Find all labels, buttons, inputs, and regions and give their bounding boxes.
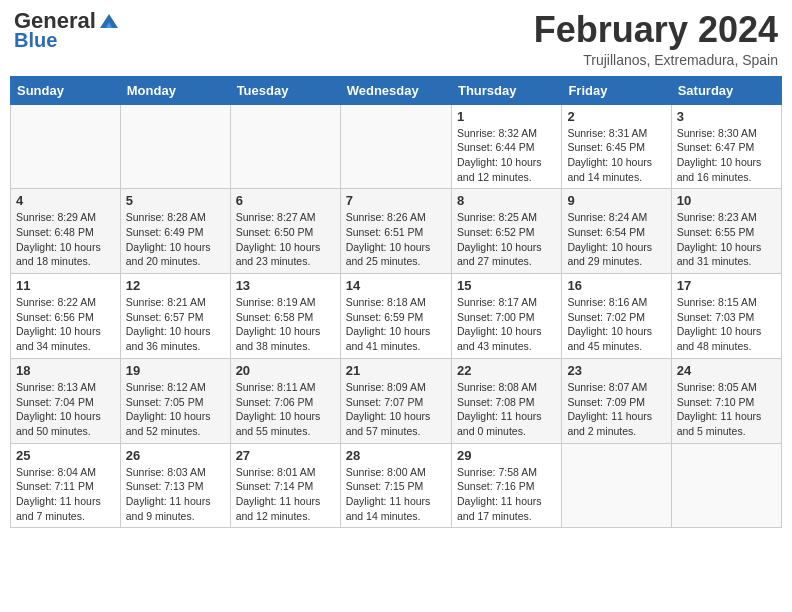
month-year-title: February 2024 (534, 10, 778, 50)
day-info: Sunrise: 8:22 AM Sunset: 6:56 PM Dayligh… (16, 295, 115, 354)
calendar-week-row: 25Sunrise: 8:04 AM Sunset: 7:11 PM Dayli… (11, 443, 782, 528)
day-info: Sunrise: 8:30 AM Sunset: 6:47 PM Dayligh… (677, 126, 776, 185)
day-number: 27 (236, 448, 335, 463)
calendar-cell: 5Sunrise: 8:28 AM Sunset: 6:49 PM Daylig… (120, 189, 230, 274)
day-number: 23 (567, 363, 665, 378)
day-number: 20 (236, 363, 335, 378)
day-info: Sunrise: 8:08 AM Sunset: 7:08 PM Dayligh… (457, 380, 556, 439)
calendar-cell: 19Sunrise: 8:12 AM Sunset: 7:05 PM Dayli… (120, 358, 230, 443)
day-info: Sunrise: 8:18 AM Sunset: 6:59 PM Dayligh… (346, 295, 446, 354)
calendar-cell: 28Sunrise: 8:00 AM Sunset: 7:15 PM Dayli… (340, 443, 451, 528)
calendar-cell (11, 104, 121, 189)
calendar-cell: 21Sunrise: 8:09 AM Sunset: 7:07 PM Dayli… (340, 358, 451, 443)
calendar-cell: 1Sunrise: 8:32 AM Sunset: 6:44 PM Daylig… (451, 104, 561, 189)
day-info: Sunrise: 8:24 AM Sunset: 6:54 PM Dayligh… (567, 210, 665, 269)
title-area: February 2024 Trujillanos, Extremadura, … (534, 10, 778, 68)
logo: General Blue (14, 10, 120, 50)
weekday-header-friday: Friday (562, 76, 671, 104)
calendar-cell: 9Sunrise: 8:24 AM Sunset: 6:54 PM Daylig… (562, 189, 671, 274)
weekday-header-thursday: Thursday (451, 76, 561, 104)
day-number: 9 (567, 193, 665, 208)
calendar-cell: 27Sunrise: 8:01 AM Sunset: 7:14 PM Dayli… (230, 443, 340, 528)
calendar-week-row: 18Sunrise: 8:13 AM Sunset: 7:04 PM Dayli… (11, 358, 782, 443)
calendar-cell: 7Sunrise: 8:26 AM Sunset: 6:51 PM Daylig… (340, 189, 451, 274)
calendar-cell: 15Sunrise: 8:17 AM Sunset: 7:00 PM Dayli… (451, 274, 561, 359)
day-info: Sunrise: 8:16 AM Sunset: 7:02 PM Dayligh… (567, 295, 665, 354)
day-number: 1 (457, 109, 556, 124)
calendar-cell: 10Sunrise: 8:23 AM Sunset: 6:55 PM Dayli… (671, 189, 781, 274)
day-info: Sunrise: 8:04 AM Sunset: 7:11 PM Dayligh… (16, 465, 115, 524)
calendar-cell: 18Sunrise: 8:13 AM Sunset: 7:04 PM Dayli… (11, 358, 121, 443)
day-number: 13 (236, 278, 335, 293)
calendar-cell: 23Sunrise: 8:07 AM Sunset: 7:09 PM Dayli… (562, 358, 671, 443)
day-info: Sunrise: 8:00 AM Sunset: 7:15 PM Dayligh… (346, 465, 446, 524)
calendar-cell: 20Sunrise: 8:11 AM Sunset: 7:06 PM Dayli… (230, 358, 340, 443)
calendar-table: SundayMondayTuesdayWednesdayThursdayFrid… (10, 76, 782, 529)
day-info: Sunrise: 8:21 AM Sunset: 6:57 PM Dayligh… (126, 295, 225, 354)
day-number: 8 (457, 193, 556, 208)
day-number: 12 (126, 278, 225, 293)
calendar-cell: 24Sunrise: 8:05 AM Sunset: 7:10 PM Dayli… (671, 358, 781, 443)
calendar-cell: 4Sunrise: 8:29 AM Sunset: 6:48 PM Daylig… (11, 189, 121, 274)
day-info: Sunrise: 8:01 AM Sunset: 7:14 PM Dayligh… (236, 465, 335, 524)
day-number: 10 (677, 193, 776, 208)
calendar-week-row: 11Sunrise: 8:22 AM Sunset: 6:56 PM Dayli… (11, 274, 782, 359)
calendar-cell: 22Sunrise: 8:08 AM Sunset: 7:08 PM Dayli… (451, 358, 561, 443)
day-number: 11 (16, 278, 115, 293)
calendar-cell: 12Sunrise: 8:21 AM Sunset: 6:57 PM Dayli… (120, 274, 230, 359)
day-info: Sunrise: 8:03 AM Sunset: 7:13 PM Dayligh… (126, 465, 225, 524)
day-number: 2 (567, 109, 665, 124)
calendar-cell: 8Sunrise: 8:25 AM Sunset: 6:52 PM Daylig… (451, 189, 561, 274)
logo-icon (98, 12, 120, 30)
calendar-cell: 25Sunrise: 8:04 AM Sunset: 7:11 PM Dayli… (11, 443, 121, 528)
day-number: 16 (567, 278, 665, 293)
day-info: Sunrise: 8:13 AM Sunset: 7:04 PM Dayligh… (16, 380, 115, 439)
calendar-cell: 16Sunrise: 8:16 AM Sunset: 7:02 PM Dayli… (562, 274, 671, 359)
day-info: Sunrise: 8:29 AM Sunset: 6:48 PM Dayligh… (16, 210, 115, 269)
day-number: 24 (677, 363, 776, 378)
day-info: Sunrise: 8:19 AM Sunset: 6:58 PM Dayligh… (236, 295, 335, 354)
calendar-week-row: 1Sunrise: 8:32 AM Sunset: 6:44 PM Daylig… (11, 104, 782, 189)
day-info: Sunrise: 8:05 AM Sunset: 7:10 PM Dayligh… (677, 380, 776, 439)
day-info: Sunrise: 8:27 AM Sunset: 6:50 PM Dayligh… (236, 210, 335, 269)
calendar-cell: 26Sunrise: 8:03 AM Sunset: 7:13 PM Dayli… (120, 443, 230, 528)
weekday-header-sunday: Sunday (11, 76, 121, 104)
day-info: Sunrise: 8:28 AM Sunset: 6:49 PM Dayligh… (126, 210, 225, 269)
day-info: Sunrise: 8:15 AM Sunset: 7:03 PM Dayligh… (677, 295, 776, 354)
calendar-cell: 13Sunrise: 8:19 AM Sunset: 6:58 PM Dayli… (230, 274, 340, 359)
calendar-cell (671, 443, 781, 528)
weekday-header-saturday: Saturday (671, 76, 781, 104)
calendar-cell (562, 443, 671, 528)
calendar-header-row: SundayMondayTuesdayWednesdayThursdayFrid… (11, 76, 782, 104)
day-number: 28 (346, 448, 446, 463)
day-number: 4 (16, 193, 115, 208)
calendar-week-row: 4Sunrise: 8:29 AM Sunset: 6:48 PM Daylig… (11, 189, 782, 274)
calendar-cell: 29Sunrise: 7:58 AM Sunset: 7:16 PM Dayli… (451, 443, 561, 528)
day-info: Sunrise: 8:09 AM Sunset: 7:07 PM Dayligh… (346, 380, 446, 439)
day-number: 26 (126, 448, 225, 463)
calendar-cell: 11Sunrise: 8:22 AM Sunset: 6:56 PM Dayli… (11, 274, 121, 359)
weekday-header-wednesday: Wednesday (340, 76, 451, 104)
logo-blue-text: Blue (14, 30, 57, 50)
day-number: 7 (346, 193, 446, 208)
weekday-header-tuesday: Tuesday (230, 76, 340, 104)
day-info: Sunrise: 8:31 AM Sunset: 6:45 PM Dayligh… (567, 126, 665, 185)
day-number: 17 (677, 278, 776, 293)
day-number: 5 (126, 193, 225, 208)
day-info: Sunrise: 8:25 AM Sunset: 6:52 PM Dayligh… (457, 210, 556, 269)
calendar-cell (340, 104, 451, 189)
calendar-cell (230, 104, 340, 189)
day-number: 22 (457, 363, 556, 378)
day-number: 25 (16, 448, 115, 463)
location-subtitle: Trujillanos, Extremadura, Spain (534, 52, 778, 68)
day-info: Sunrise: 8:12 AM Sunset: 7:05 PM Dayligh… (126, 380, 225, 439)
day-number: 18 (16, 363, 115, 378)
calendar-cell: 6Sunrise: 8:27 AM Sunset: 6:50 PM Daylig… (230, 189, 340, 274)
weekday-header-monday: Monday (120, 76, 230, 104)
day-number: 29 (457, 448, 556, 463)
calendar-cell: 17Sunrise: 8:15 AM Sunset: 7:03 PM Dayli… (671, 274, 781, 359)
day-number: 6 (236, 193, 335, 208)
day-info: Sunrise: 8:23 AM Sunset: 6:55 PM Dayligh… (677, 210, 776, 269)
day-info: Sunrise: 8:32 AM Sunset: 6:44 PM Dayligh… (457, 126, 556, 185)
day-info: Sunrise: 8:11 AM Sunset: 7:06 PM Dayligh… (236, 380, 335, 439)
